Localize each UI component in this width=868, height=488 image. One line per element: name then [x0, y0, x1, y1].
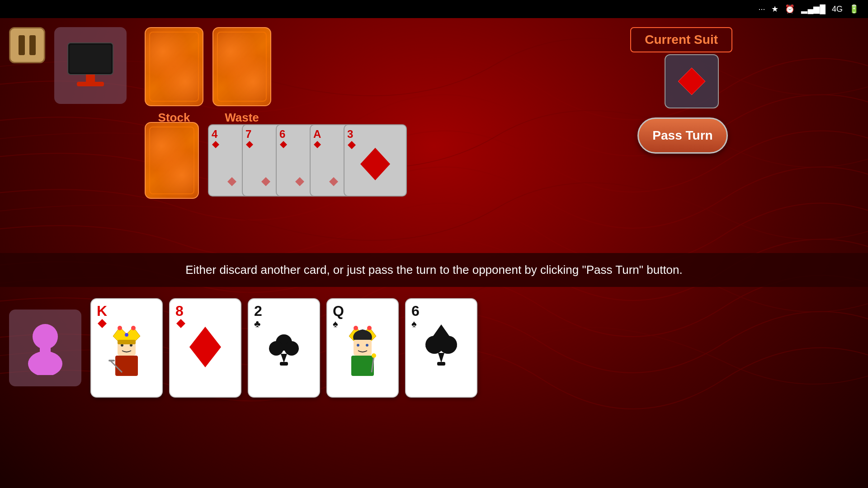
current-suit-label: Current Suit — [630, 27, 732, 52]
player-card-queen-spades[interactable]: Q ♠ — [326, 298, 399, 398]
svg-point-21 — [131, 326, 136, 330]
svg-rect-41 — [354, 340, 372, 356]
mid-card-A-center — [329, 177, 339, 187]
svg-rect-29 — [108, 360, 115, 361]
svg-rect-44 — [351, 356, 374, 376]
player-card-2-clubs[interactable]: 2 ♣ — [248, 298, 320, 398]
svg-point-43 — [366, 344, 368, 347]
instruction-text: Either discard another card, or just pas… — [0, 263, 868, 277]
pause-bar-right — [29, 35, 36, 55]
king-illustration — [104, 323, 149, 383]
player-avatar — [9, 310, 81, 386]
waste-card[interactable] — [212, 27, 271, 106]
svg-marker-30 — [176, 319, 185, 328]
current-suit-card — [665, 54, 719, 108]
mid-card-4-suit — [212, 141, 220, 149]
pause-bar-left — [19, 35, 25, 55]
svg-point-33 — [269, 341, 283, 356]
svg-marker-7 — [246, 141, 253, 148]
svg-point-20 — [118, 326, 122, 330]
player-area: K — [9, 298, 477, 398]
mid-card-6-suit — [279, 141, 288, 149]
svg-rect-51 — [437, 362, 445, 366]
svg-marker-35 — [281, 354, 287, 363]
mid-card-3-suit — [347, 141, 356, 150]
pass-turn-label: Pass Turn — [652, 128, 712, 143]
pass-turn-button[interactable]: Pass Turn — [637, 117, 728, 154]
current-suit-diamond — [676, 66, 708, 97]
stock-pile-area: Stock — [145, 27, 203, 125]
svg-marker-12 — [329, 177, 338, 186]
pause-button[interactable] — [9, 27, 45, 63]
mid-card-3-diamond-center — [359, 146, 391, 182]
discard-back-pattern — [146, 123, 198, 198]
player-avatar-icon — [23, 321, 68, 375]
eight-value: 8 — [175, 304, 184, 318]
six-center-spade — [421, 322, 462, 374]
player-card-6-spades[interactable]: 6 ♠ — [405, 298, 477, 398]
svg-point-15 — [33, 324, 58, 349]
waste-pile-area: Waste — [212, 27, 271, 125]
two-value: 2 — [254, 304, 262, 318]
game-area: Stock Waste Current Suit Pass Turn 4 — [0, 18, 868, 488]
svg-point-46 — [372, 353, 376, 358]
eight-center-diamond — [185, 322, 226, 374]
mid-card-6-center — [295, 177, 305, 187]
svg-marker-11 — [314, 141, 321, 148]
svg-rect-3 — [77, 82, 104, 86]
queen-suit-icon: ♠ — [333, 318, 338, 330]
mid-hand-cards: 4 7 6 A 3 — [208, 124, 407, 197]
status-bar: ··· ★ ⏰ ▂▄▆█ 4G 🔋 — [0, 0, 868, 18]
svg-point-34 — [284, 341, 299, 356]
discard-area: 4 7 6 A 3 — [145, 122, 407, 199]
card-back-pattern — [146, 28, 203, 105]
discard-back-card[interactable] — [145, 122, 199, 199]
svg-marker-14 — [360, 148, 390, 180]
queen-illustration — [340, 323, 385, 383]
svg-rect-27 — [115, 356, 138, 376]
svg-marker-9 — [280, 141, 287, 148]
svg-point-42 — [357, 344, 359, 347]
six-value: 6 — [411, 304, 420, 318]
signal-icon: ▂▄▆█ — [801, 4, 826, 14]
stock-card[interactable] — [145, 27, 203, 106]
svg-marker-5 — [212, 141, 219, 148]
six-suit-icon: ♠ — [411, 318, 417, 330]
player-hand: K — [90, 298, 477, 398]
svg-marker-31 — [189, 327, 221, 367]
pause-icon — [19, 35, 36, 55]
svg-marker-4 — [678, 68, 705, 95]
svg-marker-50 — [438, 353, 444, 363]
status-dots: ··· — [758, 5, 765, 14]
network-label: 4G — [832, 5, 843, 14]
mid-card-7-center — [261, 177, 271, 187]
svg-point-39 — [367, 326, 372, 330]
svg-point-22 — [125, 333, 128, 337]
king-value: K — [97, 304, 107, 318]
svg-rect-1 — [70, 45, 111, 73]
svg-rect-26 — [118, 340, 136, 344]
mid-card-7-suit — [245, 141, 254, 149]
player-card-8-diamonds[interactable]: 8 — [169, 298, 241, 398]
two-center-club — [264, 322, 304, 374]
svg-marker-8 — [261, 177, 270, 186]
svg-marker-6 — [227, 177, 236, 186]
monitor-icon — [63, 38, 118, 93]
svg-marker-13 — [348, 141, 356, 149]
svg-point-38 — [354, 326, 358, 330]
mid-card-3-value: 3 — [347, 128, 403, 141]
bluetooth-icon: ★ — [771, 4, 778, 14]
two-suit-icon: ♣ — [254, 318, 260, 330]
svg-marker-10 — [295, 177, 304, 186]
mid-card-4-center — [227, 177, 237, 187]
alarm-icon: ⏰ — [785, 4, 795, 14]
svg-rect-17 — [40, 347, 51, 356]
queen-value: Q — [333, 304, 344, 318]
computer-player-area — [54, 27, 127, 104]
svg-point-49 — [439, 336, 457, 354]
mid-card-3[interactable]: 3 — [344, 124, 407, 197]
waste-card-pattern — [213, 28, 270, 105]
battery-icon: 🔋 — [849, 4, 859, 14]
svg-rect-36 — [280, 362, 288, 366]
player-card-king-diamonds[interactable]: K — [90, 298, 163, 398]
